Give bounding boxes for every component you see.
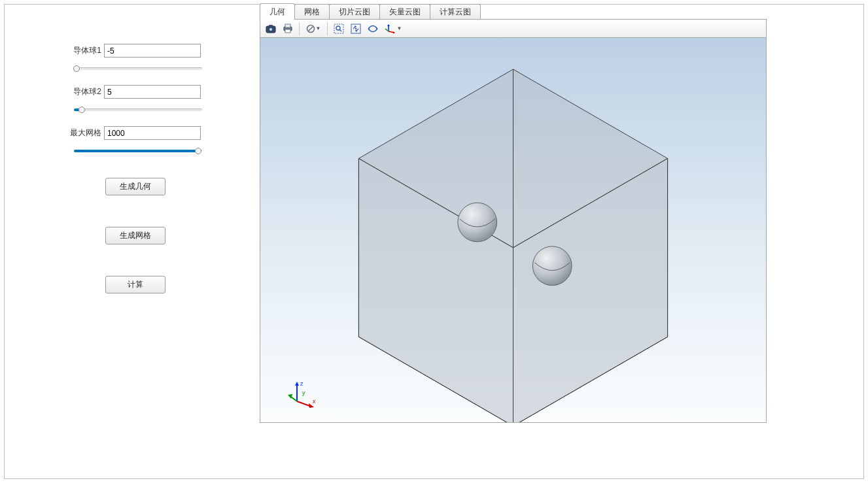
dropdown-arrow-icon: ▼ <box>397 25 402 31</box>
field1-slider-row <box>5 64 247 73</box>
slider-track <box>74 108 202 111</box>
svg-marker-33 <box>295 382 299 386</box>
svg-rect-5 <box>285 24 290 27</box>
slider-fill <box>74 150 198 152</box>
field2-input[interactable] <box>104 85 201 99</box>
field2-slider[interactable] <box>74 105 202 114</box>
svg-marker-19 <box>392 31 394 33</box>
field1-slider[interactable] <box>74 64 202 73</box>
svg-rect-6 <box>285 29 290 33</box>
tab-compute-cloud[interactable]: 计算云图 <box>430 4 481 19</box>
slider-thumb[interactable] <box>195 148 201 154</box>
zoom-box-icon[interactable] <box>331 22 347 36</box>
field3-label: 最大网格 <box>70 127 101 139</box>
view-panel: 几何 网格 切片云图 矢量云图 计算云图 <box>247 5 863 478</box>
field3-input[interactable] <box>104 126 201 140</box>
rotate-view-icon[interactable] <box>365 22 381 36</box>
slider-thumb[interactable] <box>78 107 85 113</box>
print-icon[interactable] <box>280 22 296 36</box>
toolbar-separator <box>299 22 300 35</box>
svg-point-3 <box>270 28 272 30</box>
slider-thumb[interactable] <box>73 65 80 72</box>
field2-row: 导体球2 <box>5 85 247 99</box>
field1-row: 导体球1 <box>5 44 247 58</box>
field3-slider-row <box>5 146 247 156</box>
field2-slider-row <box>5 105 247 114</box>
field1-input[interactable] <box>104 44 201 58</box>
compute-button[interactable]: 计算 <box>105 276 165 293</box>
tab-geometry[interactable]: 几何 <box>260 3 295 20</box>
field3-slider[interactable] <box>74 146 202 156</box>
svg-point-13 <box>355 27 356 29</box>
geometry-scene <box>260 38 766 422</box>
field2-label: 导体球2 <box>73 86 101 97</box>
svg-rect-1 <box>269 25 273 27</box>
tab-content: ▼ <box>260 19 767 423</box>
sphere-1 <box>458 203 497 242</box>
svg-line-11 <box>339 29 341 31</box>
svg-text:x: x <box>313 398 316 405</box>
field3-row: 最大网格 <box>5 126 247 140</box>
toolbar-separator <box>327 22 328 35</box>
cancel-icon[interactable]: ▼ <box>303 22 324 36</box>
tab-mesh[interactable]: 网格 <box>294 4 330 19</box>
svg-text:z: z <box>300 380 304 387</box>
camera-icon[interactable] <box>263 22 279 36</box>
svg-rect-9 <box>334 24 343 33</box>
field1-label: 导体球1 <box>73 45 101 56</box>
app-frame: 导体球1 导体球2 最大网格 <box>4 4 864 479</box>
axis-triad: z x y <box>288 380 310 403</box>
generate-mesh-button[interactable]: 生成网格 <box>105 227 165 244</box>
fit-view-icon[interactable] <box>348 22 364 36</box>
svg-marker-17 <box>387 24 390 26</box>
left-control-panel: 导体球1 导体球2 最大网格 <box>5 5 247 478</box>
tab-vector-cloud[interactable]: 矢量云图 <box>379 4 430 19</box>
generate-geometry-button[interactable]: 生成几何 <box>105 178 165 195</box>
3d-viewport[interactable]: z x y <box>260 38 766 422</box>
sphere-2 <box>532 246 572 286</box>
tab-bar: 几何 网格 切片云图 矢量云图 计算云图 <box>247 5 863 19</box>
viewport-toolbar: ▼ <box>260 20 766 38</box>
dropdown-arrow-icon: ▼ <box>316 25 321 31</box>
svg-text:y: y <box>302 390 305 396</box>
axes-orientation-icon[interactable]: ▼ <box>382 22 404 36</box>
svg-line-8 <box>308 26 313 31</box>
slider-track <box>74 67 202 70</box>
tab-slice-cloud[interactable]: 切片云图 <box>329 4 380 19</box>
svg-point-10 <box>336 26 340 30</box>
